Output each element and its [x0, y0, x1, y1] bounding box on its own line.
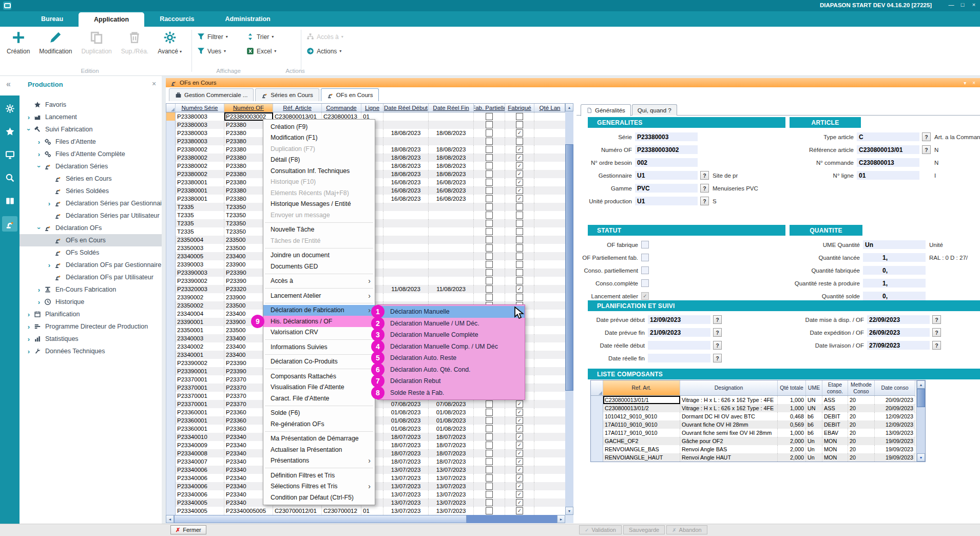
cell-date-reel-fin[interactable]: [429, 252, 474, 260]
cell-date-reel-fin[interactable]: [429, 244, 474, 252]
cell-date-reel-debut[interactable]: [383, 293, 429, 301]
cell-qte-lancee[interactable]: [534, 416, 566, 425]
cell-ligne[interactable]: 01: [361, 507, 383, 515]
cell-numero-serie[interactable]: P23340006: [176, 490, 224, 499]
cell-qte-lancee[interactable]: [534, 252, 566, 260]
column-header[interactable]: Numéro OF: [224, 104, 273, 112]
cell-date-reel-fin[interactable]: 13/07/2023: [429, 490, 474, 499]
row-selector-cell[interactable]: [166, 154, 176, 162]
help-button[interactable]: ?: [932, 328, 941, 337]
cell-date-reel-debut[interactable]: 18/08/2023: [383, 162, 429, 170]
cell-date-reel-fin[interactable]: 18/08/2023: [429, 129, 474, 137]
cell-methode-conso[interactable]: 20: [848, 429, 875, 437]
document-tab[interactable]: Séries en Cours: [255, 88, 319, 101]
cell-date-reel-debut[interactable]: 18/08/2023: [383, 170, 429, 178]
context-menu-item[interactable]: ›: [263, 272, 375, 276]
cell-date-reel-fin[interactable]: [429, 236, 474, 244]
row-selector-cell[interactable]: [166, 425, 176, 433]
cell-qte-lancee[interactable]: [534, 219, 566, 227]
fabrique-checkbox[interactable]: ✓: [516, 450, 523, 457]
fabrique-checkbox[interactable]: ✓: [516, 474, 523, 482]
help-button[interactable]: ?: [700, 197, 709, 205]
cell-date-reel-fin[interactable]: [429, 293, 474, 301]
row-selector-cell[interactable]: [166, 342, 176, 351]
cell-numero-serie[interactable]: 23340003: [176, 334, 224, 342]
context-menu-item[interactable]: ›: [263, 246, 375, 250]
tree-item[interactable]: › En-Cours Fabrication: [20, 283, 162, 296]
fab-partielle-checkbox[interactable]: ✓: [486, 113, 493, 120]
cell-numero-serie[interactable]: P23380003: [176, 121, 224, 129]
filtrer-button[interactable]: Filtrer▾: [197, 33, 241, 41]
cell-qte-lancee[interactable]: [534, 441, 566, 449]
avance-button[interactable]: Avancé▾: [153, 27, 186, 55]
cell-ref-art[interactable]: RENVOIANGLE_BAS: [603, 445, 680, 453]
help-button[interactable]: ?: [713, 328, 722, 337]
cell-ref-art[interactable]: 17A0110_9010_9010: [603, 420, 680, 429]
cell-qte-lancee[interactable]: [534, 285, 566, 293]
panel-close-icon[interactable]: ×: [972, 80, 975, 86]
cell-qte-totale[interactable]: 1,000: [778, 404, 806, 412]
tree-item[interactable]: › Déclaration Séries: [20, 160, 162, 173]
cell-qte-lancee[interactable]: [534, 310, 566, 318]
cell-date-reel-debut[interactable]: 16/08/2023: [383, 195, 429, 203]
cell-numero-serie[interactable]: P23380002: [176, 162, 224, 170]
cell-date-reel-fin[interactable]: 18/08/2023: [429, 162, 474, 170]
cell-ume[interactable]: Un: [806, 453, 822, 462]
cell-date-reel-debut[interactable]: 18/07/2023: [383, 433, 429, 441]
panel-menu-caret-icon[interactable]: ▾: [964, 80, 966, 86]
expander-icon[interactable]: ›: [25, 124, 33, 135]
cell-date-reel-debut[interactable]: 07/08/2023: [383, 400, 429, 408]
cell-numero-serie[interactable]: 23390001: [176, 318, 224, 326]
cell-qte-totale[interactable]: 1,000: [778, 396, 806, 404]
cell-qte-totale[interactable]: 2,000: [778, 453, 806, 462]
row-selector-cell[interactable]: [166, 244, 176, 252]
help-button[interactable]: ?: [932, 315, 941, 324]
close-window-button[interactable]: ×: [970, 2, 978, 8]
submenu-item[interactable]: 2 Déclaration Manuelle / UM Déc.: [378, 318, 525, 330]
context-menu-item[interactable]: Modification (F1) ›: [263, 132, 375, 144]
row-selector-cell[interactable]: [166, 318, 176, 326]
modification-button[interactable]: Modification: [34, 27, 76, 55]
cell-numero-serie[interactable]: 23390002: [176, 293, 224, 301]
fabrique-checkbox[interactable]: ✓: [516, 179, 523, 186]
fabrique-checkbox[interactable]: ✓: [516, 442, 523, 449]
creation-button[interactable]: Création: [2, 27, 34, 55]
cell-numero-serie[interactable]: P23370001: [176, 392, 224, 400]
column-header[interactable]: Date Réel Début: [383, 104, 429, 112]
tree-item[interactable]: › Lancement: [20, 111, 162, 123]
cell-date-reel-fin[interactable]: 13/07/2023: [429, 474, 474, 482]
cell-qte-lancee[interactable]: [534, 145, 566, 154]
column-header[interactable]: Fabriqué: [505, 104, 534, 112]
fab-partielle-checkbox[interactable]: ✓: [486, 203, 493, 210]
fab-partielle-checkbox[interactable]: ✓: [486, 244, 493, 252]
fabrique-checkbox[interactable]: ✓: [516, 269, 523, 276]
context-menu-item[interactable]: Valorisation CRV ›: [263, 327, 375, 338]
cell-qte-lancee[interactable]: [534, 342, 566, 351]
cell-date-reel-debut[interactable]: [383, 219, 429, 227]
cell-date-reel-debut[interactable]: 16/08/2023: [383, 186, 429, 195]
document-tab[interactable]: OFs en Cours: [321, 88, 379, 101]
fab-partielle-checkbox[interactable]: ✓: [486, 483, 493, 490]
field-value[interactable]: 26/09/2023: [867, 328, 930, 337]
cell-date-reel-fin[interactable]: [429, 219, 474, 227]
fab-partielle-checkbox[interactable]: ✓: [486, 228, 493, 235]
cell-etape-conso[interactable]: MON: [822, 453, 848, 462]
row-selector-cell[interactable]: [166, 269, 176, 277]
fabrique-checkbox[interactable]: ✓: [516, 466, 523, 473]
fabrique-checkbox[interactable]: ✓: [516, 294, 523, 301]
fab-partielle-checkbox[interactable]: ✓: [486, 162, 493, 169]
fab-partielle-checkbox[interactable]: ✓: [486, 261, 493, 268]
cell-qte-lancee[interactable]: [534, 367, 566, 375]
fab-partielle-checkbox[interactable]: ✓: [486, 433, 493, 441]
submenu-item[interactable]: 3 Déclaration Manuelle Complète: [378, 329, 525, 341]
expander-icon[interactable]: ›: [24, 323, 34, 331]
help-button[interactable]: ?: [922, 145, 931, 154]
field-value[interactable]: 0,: [863, 266, 926, 275]
help-button[interactable]: ?: [700, 184, 709, 193]
context-menu-item[interactable]: ›: [263, 404, 375, 408]
cell-qte-lancee[interactable]: [534, 318, 566, 326]
fabrique-checkbox[interactable]: ✓: [516, 170, 523, 178]
cell-ume[interactable]: b6: [806, 429, 822, 437]
cell-designation[interactable]: Renvoi Angle BAS: [680, 445, 778, 453]
horizontal-scroll-thumb[interactable]: [174, 515, 467, 523]
